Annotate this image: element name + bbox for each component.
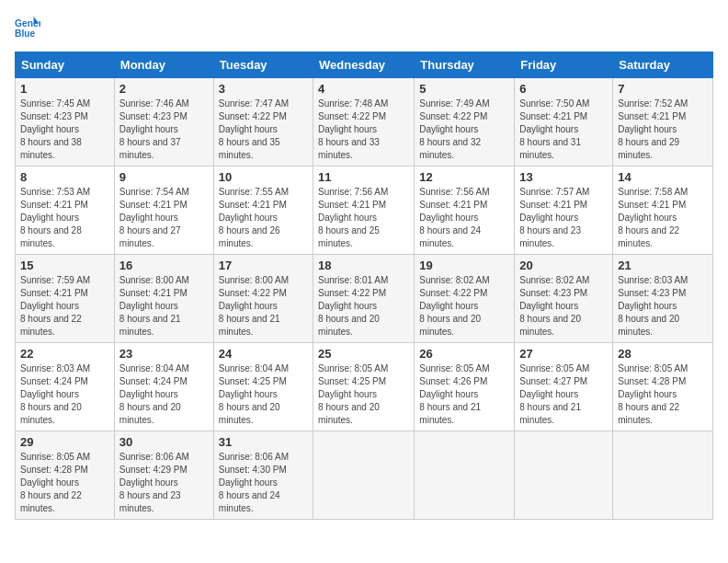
day-number: 27 [519,347,608,361]
day-number: 12 [419,170,509,184]
calendar-cell: 17Sunrise: 8:00 AMSunset: 4:22 PMDayligh… [213,255,313,343]
day-number: 26 [419,347,509,361]
calendar-cell: 5Sunrise: 7:49 AMSunset: 4:22 PMDaylight… [415,78,515,167]
day-number: 11 [318,170,409,184]
cell-sun-info: Sunrise: 7:56 AMSunset: 4:21 PMDaylight … [318,186,409,250]
day-number: 2 [119,82,209,96]
weekday-header-wednesday: Wednesday [313,52,415,78]
day-number: 4 [318,82,409,96]
cell-sun-info: Sunrise: 7:50 AMSunset: 4:21 PMDaylight … [519,98,608,162]
day-number: 25 [318,347,409,361]
calendar-cell: 20Sunrise: 8:02 AMSunset: 4:23 PMDayligh… [515,255,613,343]
weekday-header-tuesday: Tuesday [213,52,313,78]
calendar-cell: 16Sunrise: 8:00 AMSunset: 4:21 PMDayligh… [114,255,213,343]
svg-text:General: General [15,18,40,29]
calendar-week-4: 22Sunrise: 8:03 AMSunset: 4:24 PMDayligh… [16,343,713,431]
calendar-cell: 9Sunrise: 7:54 AMSunset: 4:21 PMDaylight… [114,167,213,255]
cell-sun-info: Sunrise: 8:05 AMSunset: 4:28 PMDaylight … [618,362,708,427]
cell-sun-info: Sunrise: 8:05 AMSunset: 4:27 PMDaylight … [519,362,608,427]
page-header: General Blue [15,15,713,40]
cell-sun-info: Sunrise: 7:55 AMSunset: 4:21 PMDaylight … [219,186,308,250]
calendar-cell: 8Sunrise: 7:53 AMSunset: 4:21 PMDaylight… [16,167,115,255]
cell-sun-info: Sunrise: 7:46 AMSunset: 4:23 PMDaylight … [119,98,209,162]
weekday-header-row: SundayMondayTuesdayWednesdayThursdayFrid… [16,52,713,78]
calendar-cell: 24Sunrise: 8:04 AMSunset: 4:25 PMDayligh… [213,343,313,431]
cell-sun-info: Sunrise: 7:47 AMSunset: 4:22 PMDaylight … [219,98,308,162]
cell-sun-info: Sunrise: 8:04 AMSunset: 4:25 PMDaylight … [219,362,308,427]
calendar-cell: 28Sunrise: 8:05 AMSunset: 4:28 PMDayligh… [613,343,713,431]
cell-sun-info: Sunrise: 7:45 AMSunset: 4:23 PMDaylight … [20,98,109,162]
calendar-cell: 19Sunrise: 8:02 AMSunset: 4:22 PMDayligh… [415,255,515,343]
logo-icon: General Blue [15,15,40,40]
day-number: 20 [519,259,608,272]
calendar-cell: 11Sunrise: 7:56 AMSunset: 4:21 PMDayligh… [313,167,415,255]
cell-sun-info: Sunrise: 7:48 AMSunset: 4:22 PMDaylight … [318,98,409,162]
calendar-cell [415,431,515,520]
calendar-cell [515,431,613,520]
cell-sun-info: Sunrise: 8:04 AMSunset: 4:24 PMDaylight … [119,362,209,427]
day-number: 28 [618,347,708,361]
cell-sun-info: Sunrise: 8:03 AMSunset: 4:24 PMDaylight … [20,362,109,427]
calendar-cell: 2Sunrise: 7:46 AMSunset: 4:23 PMDaylight… [114,78,213,167]
day-number: 5 [419,82,509,96]
calendar-week-5: 29Sunrise: 8:05 AMSunset: 4:28 PMDayligh… [16,431,713,520]
cell-sun-info: Sunrise: 8:00 AMSunset: 4:22 PMDaylight … [219,274,308,339]
cell-sun-info: Sunrise: 7:52 AMSunset: 4:21 PMDaylight … [618,98,708,162]
cell-sun-info: Sunrise: 7:57 AMSunset: 4:21 PMDaylight … [519,186,608,250]
weekday-header-sunday: Sunday [16,52,115,78]
day-number: 23 [119,347,209,361]
cell-sun-info: Sunrise: 7:54 AMSunset: 4:21 PMDaylight … [119,186,209,250]
calendar-cell: 6Sunrise: 7:50 AMSunset: 4:21 PMDaylight… [515,78,613,167]
calendar-cell: 14Sunrise: 7:58 AMSunset: 4:21 PMDayligh… [613,167,713,255]
day-number: 13 [519,170,608,184]
calendar-cell: 10Sunrise: 7:55 AMSunset: 4:21 PMDayligh… [213,167,313,255]
calendar-week-2: 8Sunrise: 7:53 AMSunset: 4:21 PMDaylight… [16,167,713,255]
logo: General Blue [15,15,44,40]
cell-sun-info: Sunrise: 7:49 AMSunset: 4:22 PMDaylight … [419,98,509,162]
day-number: 1 [20,82,109,96]
cell-sun-info: Sunrise: 7:53 AMSunset: 4:21 PMDaylight … [20,186,109,250]
calendar-cell: 21Sunrise: 8:03 AMSunset: 4:23 PMDayligh… [613,255,713,343]
calendar-cell [613,431,713,520]
calendar-cell: 29Sunrise: 8:05 AMSunset: 4:28 PMDayligh… [16,431,115,520]
day-number: 24 [219,347,308,361]
weekday-header-friday: Friday [515,52,613,78]
cell-sun-info: Sunrise: 8:03 AMSunset: 4:23 PMDaylight … [618,274,708,339]
day-number: 16 [119,259,209,272]
cell-sun-info: Sunrise: 7:56 AMSunset: 4:21 PMDaylight … [419,186,509,250]
day-number: 7 [618,82,708,96]
day-number: 17 [219,259,308,272]
cell-sun-info: Sunrise: 8:05 AMSunset: 4:26 PMDaylight … [419,362,509,427]
calendar-cell: 4Sunrise: 7:48 AMSunset: 4:22 PMDaylight… [313,78,415,167]
calendar-cell: 1Sunrise: 7:45 AMSunset: 4:23 PMDaylight… [16,78,115,167]
cell-sun-info: Sunrise: 7:58 AMSunset: 4:21 PMDaylight … [618,186,708,250]
calendar-cell: 3Sunrise: 7:47 AMSunset: 4:22 PMDaylight… [213,78,313,167]
calendar-cell: 31Sunrise: 8:06 AMSunset: 4:30 PMDayligh… [213,431,313,520]
cell-sun-info: Sunrise: 8:05 AMSunset: 4:25 PMDaylight … [318,362,409,427]
cell-sun-info: Sunrise: 8:02 AMSunset: 4:22 PMDaylight … [419,274,509,339]
day-number: 3 [219,82,308,96]
calendar-cell: 25Sunrise: 8:05 AMSunset: 4:25 PMDayligh… [313,343,415,431]
calendar-cell [313,431,415,520]
calendar-cell: 13Sunrise: 7:57 AMSunset: 4:21 PMDayligh… [515,167,613,255]
day-number: 30 [119,435,209,449]
cell-sun-info: Sunrise: 7:59 AMSunset: 4:21 PMDaylight … [20,274,109,339]
calendar-cell: 30Sunrise: 8:06 AMSunset: 4:29 PMDayligh… [114,431,213,520]
weekday-header-thursday: Thursday [415,52,515,78]
calendar-table: SundayMondayTuesdayWednesdayThursdayFrid… [15,52,713,520]
calendar-cell: 12Sunrise: 7:56 AMSunset: 4:21 PMDayligh… [415,167,515,255]
calendar-cell: 7Sunrise: 7:52 AMSunset: 4:21 PMDaylight… [613,78,713,167]
cell-sun-info: Sunrise: 8:06 AMSunset: 4:29 PMDaylight … [119,451,209,515]
day-number: 19 [419,259,509,272]
calendar-cell: 27Sunrise: 8:05 AMSunset: 4:27 PMDayligh… [515,343,613,431]
weekday-header-saturday: Saturday [613,52,713,78]
cell-sun-info: Sunrise: 8:01 AMSunset: 4:22 PMDaylight … [318,274,409,339]
calendar-cell: 22Sunrise: 8:03 AMSunset: 4:24 PMDayligh… [16,343,115,431]
day-number: 29 [20,435,109,449]
day-number: 18 [318,259,409,272]
day-number: 6 [519,82,608,96]
svg-text:Blue: Blue [15,29,36,39]
cell-sun-info: Sunrise: 8:05 AMSunset: 4:28 PMDaylight … [20,451,109,515]
calendar-cell: 23Sunrise: 8:04 AMSunset: 4:24 PMDayligh… [114,343,213,431]
cell-sun-info: Sunrise: 8:06 AMSunset: 4:30 PMDaylight … [219,451,308,515]
